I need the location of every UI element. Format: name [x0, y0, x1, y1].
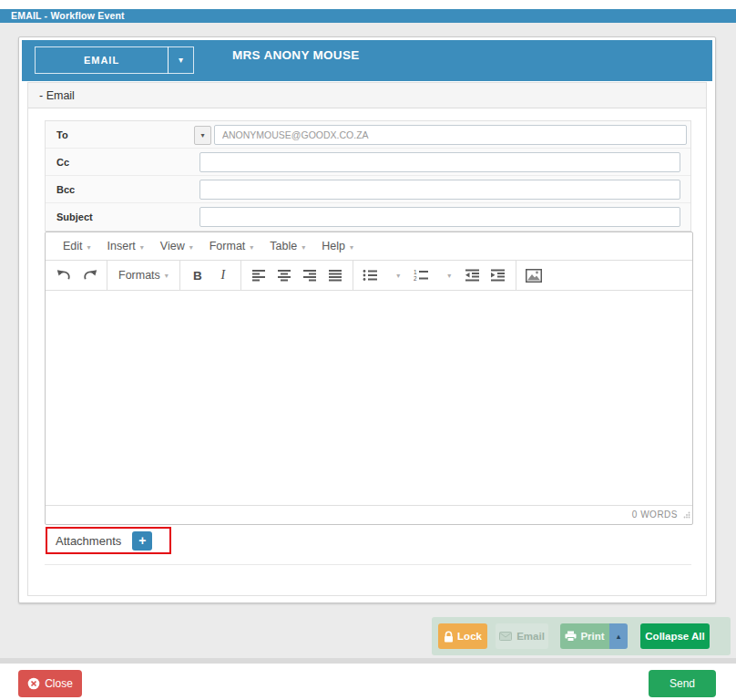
bcc-input[interactable] [199, 180, 680, 200]
event-type-button[interactable]: EMAIL [35, 46, 169, 74]
align-left-icon [251, 269, 266, 282]
dialog-panel: EMAIL ▾ MRS ANONY MOUSE - Email To ▾ Cc [18, 36, 716, 603]
italic-icon: I [221, 268, 226, 283]
bold-icon: B [193, 269, 202, 283]
menu-insert[interactable]: Insert▾ [99, 240, 152, 252]
footer-bar: Close Send [0, 664, 736, 700]
toolbar-separator [353, 261, 353, 291]
email-section-header[interactable]: - Email [28, 83, 706, 108]
editor-menubar: Edit▾ Insert▾ View▾ Format▾ Table▾ Help▾ [46, 232, 692, 261]
chevron-down-icon: ▾ [189, 243, 193, 252]
collapse-all-button[interactable]: Collapse All [640, 623, 710, 649]
chevron-down-icon: ▾ [165, 272, 169, 280]
envelope-icon [499, 632, 512, 641]
bullet-list-dropdown[interactable]: ▾ [384, 263, 408, 287]
undo-icon [56, 269, 72, 283]
svg-text:1: 1 [414, 269, 417, 275]
indent-button[interactable] [486, 263, 510, 287]
resize-grip-icon[interactable] [683, 506, 690, 522]
event-type-dropdown-button[interactable]: ▾ [168, 46, 194, 74]
chevron-down-icon: ▾ [302, 243, 305, 252]
email-button-disabled[interactable]: Email [496, 623, 548, 649]
editor-toolbar: Formats▾ B I [46, 261, 692, 291]
bullet-list-icon [363, 269, 378, 282]
numbered-list-button[interactable]: 12 [410, 263, 434, 287]
align-justify-icon [328, 269, 342, 282]
menu-help[interactable]: Help▾ [313, 240, 362, 252]
to-input[interactable] [214, 125, 687, 145]
align-left-button[interactable] [247, 263, 271, 287]
menu-format[interactable]: Format▾ [201, 240, 262, 252]
subject-label: Subject [56, 203, 93, 231]
image-icon [526, 269, 542, 283]
chevron-down-icon: ▾ [447, 272, 451, 280]
cc-input[interactable] [199, 152, 680, 172]
printer-icon [565, 631, 577, 642]
print-options-dropdown[interactable]: ▴ [609, 623, 628, 649]
window-title: EMAIL - Workflow Event [11, 9, 125, 23]
to-row: To ▾ [46, 121, 690, 149]
add-attachment-button[interactable]: + [132, 531, 152, 551]
cc-row: Cc [46, 149, 690, 176]
patient-name: MRS ANONY MOUSE [232, 48, 360, 62]
insert-image-button[interactable] [522, 263, 546, 287]
rich-text-editor: Edit▾ Insert▾ View▾ Format▾ Table▾ Help▾ [45, 232, 693, 525]
email-fields-table: To ▾ Cc Bcc Subject [45, 120, 691, 232]
chevron-down-icon: ▾ [87, 243, 91, 252]
top-strip [0, 0, 736, 9]
to-label: To [56, 121, 68, 149]
menu-table[interactable]: Table▾ [261, 240, 313, 252]
chevron-down-icon: ▾ [140, 243, 144, 252]
chevron-down-icon: ▾ [179, 55, 183, 65]
bold-button[interactable]: B [186, 263, 210, 287]
send-button[interactable]: Send [649, 670, 716, 697]
toolbar-separator [179, 261, 180, 291]
outdent-button[interactable] [461, 263, 485, 287]
menu-edit[interactable]: Edit▾ [55, 240, 99, 252]
undo-button[interactable] [52, 263, 76, 287]
print-button[interactable]: Print [560, 623, 609, 649]
chevron-down-icon: ▾ [250, 243, 253, 252]
toolbar-separator [516, 261, 516, 291]
menu-view[interactable]: View▾ [152, 240, 201, 252]
formats-dropdown[interactable]: Formats▾ [112, 269, 175, 282]
print-button-group: Print ▴ [560, 623, 628, 649]
lock-icon [444, 631, 454, 643]
indent-icon [490, 269, 506, 282]
email-section: - Email To ▾ Cc Bcc Su [27, 82, 707, 596]
align-center-button[interactable] [272, 263, 296, 287]
divider [45, 564, 691, 565]
numbered-list-icon: 12 [414, 269, 429, 282]
redo-icon [82, 269, 97, 283]
attachments-highlight-box: Attachments + [46, 527, 171, 554]
cc-label: Cc [56, 149, 69, 176]
toolbar-separator [240, 261, 241, 291]
align-right-icon [302, 269, 317, 282]
editor-statusbar: 0 WORDS [46, 505, 692, 524]
outdent-icon [465, 269, 480, 282]
redo-button[interactable] [77, 263, 101, 287]
chevron-down-icon: ▾ [350, 243, 353, 252]
attachments-label: Attachments [56, 534, 121, 548]
italic-button[interactable]: I [211, 263, 235, 287]
subject-row: Subject [46, 203, 690, 231]
toolbar-separator [107, 261, 107, 291]
editor-body[interactable] [46, 291, 692, 505]
subject-input[interactable] [199, 207, 680, 227]
dialog-header: EMAIL ▾ MRS ANONY MOUSE [22, 40, 712, 81]
close-button[interactable]: Close [18, 670, 82, 697]
bcc-label: Bcc [56, 176, 75, 203]
to-address-dropdown-button[interactable]: ▾ [194, 126, 211, 145]
numbered-list-dropdown[interactable]: ▾ [435, 263, 459, 287]
bcc-row: Bcc [46, 176, 690, 203]
align-justify-button[interactable] [323, 263, 347, 287]
align-right-button[interactable] [298, 263, 322, 287]
lock-button[interactable]: Lock [438, 623, 487, 649]
chevron-down-icon: ▾ [200, 131, 204, 139]
close-icon [27, 677, 40, 690]
email-workflow-dialog: EMAIL - Workflow Event EMAIL ▾ MRS ANONY… [0, 0, 736, 700]
bullet-list-button[interactable] [359, 263, 383, 287]
word-count: 0 WORDS [632, 510, 678, 520]
svg-text:2: 2 [414, 275, 417, 282]
window-titlebar: EMAIL - Workflow Event [0, 9, 736, 23]
